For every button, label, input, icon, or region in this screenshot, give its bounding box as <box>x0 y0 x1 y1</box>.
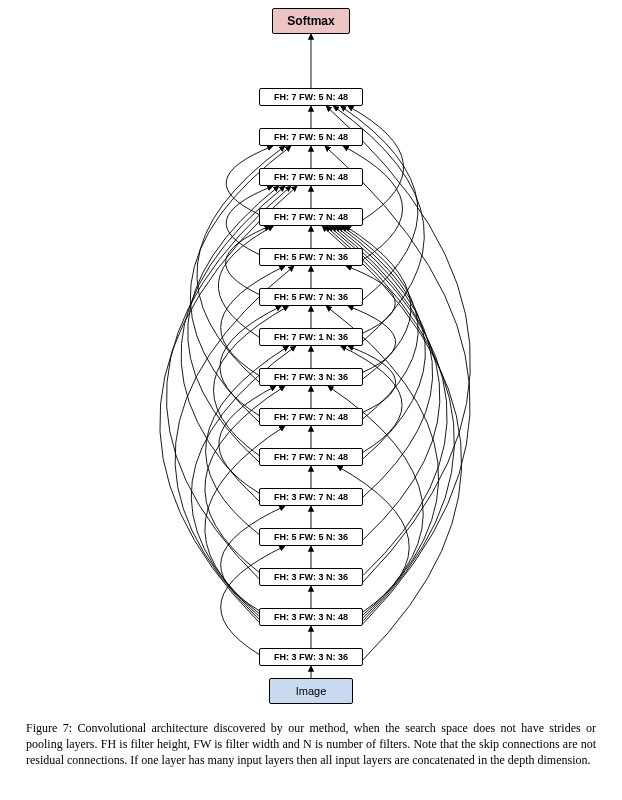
node-layer-11: FH: 7 FW: 7 N: 48 <box>259 208 363 226</box>
node-layer-4: FH: 3 FW: 7 N: 48 <box>259 488 363 506</box>
node-softmax: Softmax <box>272 8 350 34</box>
node-layer-7: FH: 7 FW: 3 N: 36 <box>259 368 363 386</box>
node-layer-10: FH: 5 FW: 7 N: 36 <box>259 248 363 266</box>
node-layer-5: FH: 7 FW: 7 N: 48 <box>259 448 363 466</box>
node-image: Image <box>269 678 353 704</box>
node-layer-2: FH: 3 FW: 3 N: 36 <box>259 568 363 586</box>
caption-body: Convolutional architecture discovered by… <box>26 721 596 767</box>
node-layer-6: FH: 7 FW: 7 N: 48 <box>259 408 363 426</box>
edges-svg <box>0 0 622 710</box>
node-layer-12: FH: 7 FW: 5 N: 48 <box>259 168 363 186</box>
node-layer-1: FH: 3 FW: 3 N: 48 <box>259 608 363 626</box>
caption-prefix: Figure 7: <box>26 721 72 735</box>
node-layer-0: FH: 3 FW: 3 N: 36 <box>259 648 363 666</box>
node-layer-14: FH: 7 FW: 5 N: 48 <box>259 88 363 106</box>
node-layer-9: FH: 5 FW: 7 N: 36 <box>259 288 363 306</box>
node-layer-3: FH: 5 FW: 5 N: 36 <box>259 528 363 546</box>
node-layer-8: FH: 7 FW: 1 N: 36 <box>259 328 363 346</box>
figure-caption: Figure 7: Convolutional architecture dis… <box>26 720 596 769</box>
architecture-diagram: Softmax FH: 7 FW: 5 N: 48 FH: 7 FW: 5 N:… <box>0 0 622 710</box>
node-layer-13: FH: 7 FW: 5 N: 48 <box>259 128 363 146</box>
